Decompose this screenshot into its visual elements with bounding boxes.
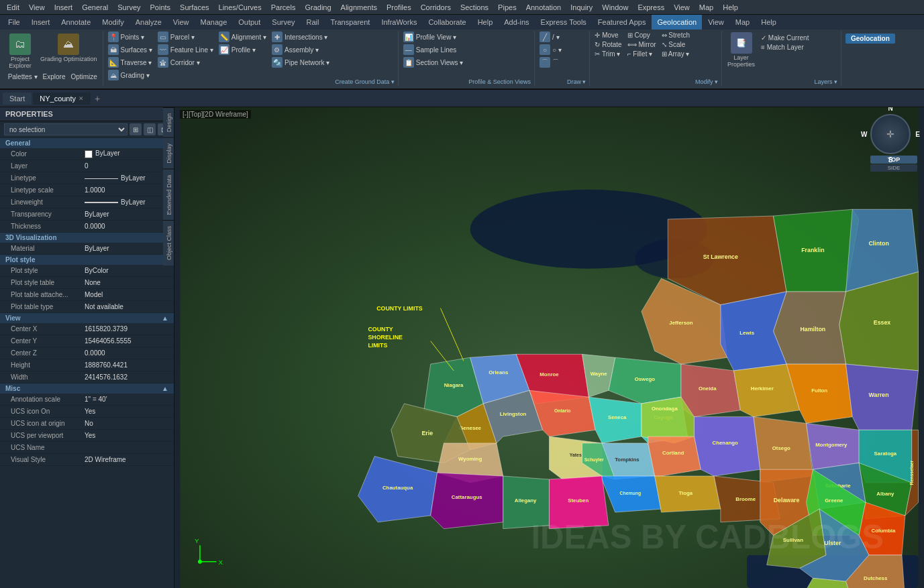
ribbon-tab-featured[interactable]: Featured Apps (593, 15, 652, 30)
profile-view-button[interactable]: 📊 Profile View ▾ (401, 31, 465, 43)
side-tab-object[interactable]: Object Class (163, 220, 174, 266)
menu-pipes[interactable]: Pipes (494, 2, 521, 13)
menu-lines[interactable]: Lines/Curves (215, 2, 266, 13)
menu-map[interactable]: Map (695, 2, 717, 13)
menu-sections[interactable]: Sections (456, 2, 493, 13)
prop-icon-2[interactable]: ◫ (144, 123, 156, 135)
side-tab-design[interactable]: Design (163, 107, 174, 137)
ribbon-tab-rail[interactable]: Rail (301, 15, 325, 30)
menu-view[interactable]: View (25, 2, 49, 13)
assembly-button[interactable]: ⚙ Assembly ▾ (270, 44, 331, 56)
draw-arc-button[interactable]: ⌒ ⌒ (537, 56, 564, 68)
ribbon-tab-addins[interactable]: Add-ins (499, 15, 534, 30)
new-tab-button[interactable]: + (92, 93, 103, 104)
ribbon-tab-insert[interactable]: Insert (26, 15, 56, 30)
ribbon-tab-transparent[interactable]: Transparent (325, 15, 376, 30)
ribbon-tab-infraworks[interactable]: InfraWorks (376, 15, 422, 30)
ribbon-tab-help2[interactable]: Help (756, 15, 782, 30)
draw-circle-button[interactable]: ○ ○ ▾ (537, 44, 564, 56)
ribbon-tab-view2[interactable]: View (703, 15, 729, 30)
menu-survey[interactable]: Survey (113, 2, 144, 13)
menu-general[interactable]: General (78, 2, 112, 13)
trim-button[interactable]: ✂ Trim ▾ (593, 50, 623, 58)
optimize-button[interactable]: Optimize (68, 72, 99, 81)
map-viewport[interactable]: [-][Top][2D Wireframe] St Lawrence (174, 107, 924, 588)
prop-icon-1[interactable]: ⊞ (130, 123, 142, 135)
parcel-button[interactable]: ▭ Parcel ▾ (156, 31, 215, 43)
ribbon-tab-modify[interactable]: Modify (97, 15, 129, 30)
points-button[interactable]: 📍 Points ▾ (106, 31, 154, 43)
ribbon-tab-survey[interactable]: Survey (266, 15, 300, 30)
grading-optimization-button[interactable]: ⛰ Grading Optimization (38, 32, 100, 71)
ribbon-tab-output[interactable]: Output (233, 15, 266, 30)
mirror-button[interactable]: ⟺ Mirror (625, 40, 658, 49)
feature-line-button[interactable]: 〰 Feature Line ▾ (156, 44, 215, 56)
draw-line-button[interactable]: ╱ / ▾ (537, 31, 564, 43)
menu-grading[interactable]: Grading (301, 2, 335, 13)
intersections-button[interactable]: ✚ Intersections ▾ (270, 31, 331, 43)
ribbon-tab-view[interactable]: View (168, 15, 195, 30)
section-3d-header[interactable]: 3D Visualization ▲ (0, 233, 174, 243)
ribbon-tab-file[interactable]: File (3, 15, 25, 30)
side-tab-display[interactable]: Display (163, 137, 174, 169)
rotate-button[interactable]: ↻ Rotate (593, 40, 623, 49)
corridor-button[interactable]: 🛣 Corridor ▾ (156, 56, 215, 68)
menu-alignments[interactable]: Alignments (337, 2, 381, 13)
section-misc-header[interactable]: Misc ▲ (0, 384, 174, 394)
ribbon-tab-express[interactable]: Express Tools (535, 15, 592, 30)
ribbon-tab-analyze[interactable]: Analyze (130, 15, 167, 30)
tab-start[interactable]: Start (3, 93, 32, 105)
menu-profiles[interactable]: Profiles (382, 2, 415, 13)
section-plot-header[interactable]: Plot style ▲ (0, 255, 174, 265)
menu-annotation[interactable]: Annotation (522, 2, 566, 13)
ribbon-tab-collaborate[interactable]: Collaborate (423, 15, 471, 30)
create-ground-data-button[interactable]: Create Ground Data ▾ (333, 78, 397, 86)
match-layer-button[interactable]: ≡ Match Layer (759, 43, 811, 52)
menu-express[interactable]: Express (633, 2, 668, 13)
section-general-header[interactable]: General ▲ (0, 138, 174, 148)
palettes-button[interactable]: Palettes ▾ (6, 72, 40, 81)
pipe-network-button[interactable]: 🔩 Pipe Network ▾ (270, 56, 331, 68)
alignment-button[interactable]: 📏 Alignment ▾ (217, 31, 268, 43)
stretch-button[interactable]: ⇔ Stretch (660, 31, 692, 40)
profile-button[interactable]: 📈 Profile ▾ (217, 44, 268, 56)
fillet-button[interactable]: ⌐ Fillet ▾ (625, 50, 658, 58)
grading-button[interactable]: ⛰ Grading ▾ (106, 69, 154, 81)
explore-button[interactable]: Explore (41, 72, 68, 81)
sample-lines-button[interactable]: — Sample Lines (401, 44, 465, 56)
tab-ny-county[interactable]: NY_county ✕ (33, 93, 91, 105)
menu-insert[interactable]: Insert (50, 2, 77, 13)
ribbon-tab-geolocation[interactable]: Geolocation (652, 15, 702, 30)
prop-lineweight: Lineweight ByLayer (0, 196, 174, 209)
make-current-button[interactable]: ✓ Make Current (759, 34, 811, 42)
array-button[interactable]: ⊞ Array ▾ (660, 50, 692, 58)
geolocation-button[interactable]: Geolocation (845, 34, 895, 44)
ribbon-tab-annotate[interactable]: Annotate (56, 15, 96, 30)
ribbon-tab-manage[interactable]: Manage (195, 15, 233, 30)
menu-help[interactable]: Help (719, 2, 742, 13)
project-explorer-button[interactable]: 🗂 ProjectExplorer (5, 32, 35, 71)
traverse-button[interactable]: 📐 Traverse ▾ (106, 56, 154, 68)
selection-dropdown[interactable]: no selection (4, 123, 127, 135)
tab-close-ny[interactable]: ✕ (79, 95, 84, 102)
ribbon-tab-help[interactable]: Help (472, 15, 499, 30)
menu-parcels[interactable]: Parcels (267, 2, 300, 13)
section-views-button[interactable]: 📋 Section Views ▾ (401, 56, 465, 68)
scale-button[interactable]: ⤡ Scale (660, 40, 692, 49)
menu-points[interactable]: Points (146, 2, 175, 13)
menu-inquiry[interactable]: Inquiry (566, 2, 597, 13)
menu-edit[interactable]: Edit (3, 2, 23, 13)
side-tab-extended[interactable]: Extended Data (163, 169, 174, 221)
move-button[interactable]: ✛ Move (593, 31, 623, 40)
menu-corridors[interactable]: Corridors (417, 2, 455, 13)
copy-button[interactable]: ⊞ Copy (625, 31, 658, 40)
section-view-header[interactable]: View ▲ (0, 313, 174, 323)
compass-ring[interactable]: ✛ (870, 114, 911, 154)
ribbon-tab-map[interactable]: Map (730, 15, 755, 30)
compass-top-button[interactable]: TOP (870, 156, 917, 164)
menu-surfaces[interactable]: Surfaces (176, 2, 213, 13)
menu-window[interactable]: Window (598, 2, 632, 13)
menu-view2[interactable]: View (670, 2, 694, 13)
layer-properties-button[interactable]: 📑 LayerProperties (725, 31, 758, 70)
surfaces-button[interactable]: 🏔 Surfaces ▾ (106, 44, 154, 56)
